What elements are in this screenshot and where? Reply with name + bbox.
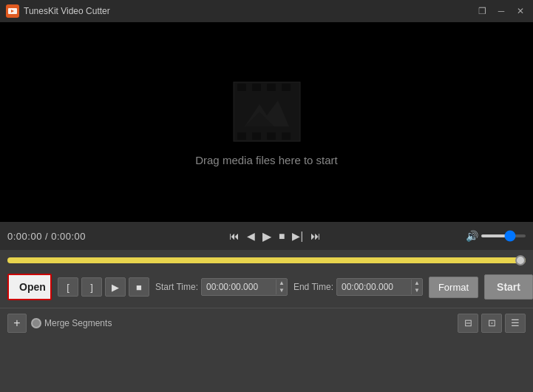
open-button[interactable]: Open bbox=[7, 274, 52, 300]
restore-button[interactable]: ❒ bbox=[475, 4, 489, 18]
svg-rect-9 bbox=[237, 132, 246, 140]
drag-drop-hint: Drag media files here to start bbox=[195, 154, 338, 166]
end-time-down[interactable]: ▼ bbox=[412, 287, 422, 294]
close-button[interactable]: ✕ bbox=[514, 4, 527, 18]
step-back-button[interactable]: ⏮ bbox=[226, 228, 242, 244]
start-time-up[interactable]: ▲ bbox=[276, 280, 287, 287]
prev-frame-button[interactable]: ◀ bbox=[244, 228, 258, 244]
title-bar: TunesKit Video Cutter ❒ ─ ✕ bbox=[0, 0, 533, 22]
volume-area: 🔊 bbox=[466, 230, 526, 242]
add-segment-button[interactable]: + bbox=[7, 314, 27, 333]
bottom-right-buttons: ⊟ ⊡ ☰ bbox=[458, 314, 526, 333]
mark-out-button[interactable]: ] bbox=[81, 277, 102, 297]
start-time-down[interactable]: ▼ bbox=[276, 287, 287, 294]
app-logo bbox=[6, 4, 19, 18]
start-time-input[interactable] bbox=[202, 279, 276, 295]
svg-rect-11 bbox=[267, 132, 276, 140]
end-time-label: End Time: bbox=[293, 282, 333, 292]
end-time-spinner: ▲ ▼ bbox=[411, 280, 422, 294]
folder-button[interactable]: ⊡ bbox=[481, 314, 502, 333]
end-time-group: End Time: ▲ ▼ bbox=[293, 278, 423, 296]
timeline-container bbox=[0, 250, 533, 266]
play-button[interactable]: ▶ bbox=[259, 227, 274, 246]
start-button[interactable]: Start bbox=[484, 274, 533, 300]
svg-rect-7 bbox=[267, 84, 276, 91]
end-time-wrapper: ▲ ▼ bbox=[336, 278, 423, 296]
start-time-wrapper: ▲ ▼ bbox=[201, 278, 288, 296]
svg-rect-5 bbox=[237, 84, 246, 91]
controls-row: Open [ ] ▶ ■ Start Time: ▲ ▼ End Time: ▲… bbox=[0, 266, 533, 308]
end-time-up[interactable]: ▲ bbox=[412, 280, 422, 287]
time-display: 0:00:00 / 0:00:00 bbox=[7, 231, 89, 242]
merge-segments-group: Merge Segments bbox=[31, 318, 112, 328]
volume-slider[interactable] bbox=[481, 234, 526, 237]
step-fwd-button[interactable]: ⏭ bbox=[308, 228, 324, 244]
bottom-bar: + Merge Segments ⊟ ⊡ ☰ bbox=[0, 308, 533, 337]
start-time-spinner: ▲ ▼ bbox=[276, 280, 287, 294]
format-button[interactable]: Format bbox=[429, 277, 478, 298]
merge-label: Merge Segments bbox=[44, 318, 112, 328]
film-icon bbox=[230, 78, 304, 145]
minimize-button[interactable]: ─ bbox=[495, 4, 508, 18]
end-time-input[interactable] bbox=[337, 279, 411, 295]
play-controls: ⏮ ◀ ▶ ■ ▶| ⏭ bbox=[226, 227, 324, 246]
preview-segment-button[interactable]: ▶ bbox=[105, 277, 126, 297]
list-icon: ☰ bbox=[511, 317, 520, 328]
svg-rect-6 bbox=[252, 84, 261, 91]
subtitles-button[interactable]: ⊟ bbox=[458, 314, 478, 333]
delete-segment-button[interactable]: ■ bbox=[129, 277, 149, 297]
svg-rect-8 bbox=[282, 84, 291, 91]
stop-button[interactable]: ■ bbox=[276, 228, 288, 244]
start-time-label: Start Time: bbox=[155, 282, 198, 292]
timeline-track[interactable] bbox=[7, 257, 526, 263]
app-title: TunesKit Video Cutter bbox=[24, 6, 475, 16]
folder-icon: ⊡ bbox=[488, 317, 496, 328]
list-button[interactable]: ☰ bbox=[505, 314, 526, 333]
svg-rect-10 bbox=[252, 132, 261, 140]
mark-in-button[interactable]: [ bbox=[58, 277, 78, 297]
subtitles-icon: ⊟ bbox=[464, 317, 472, 328]
segment-controls: [ ] ▶ ■ bbox=[58, 277, 149, 297]
svg-rect-12 bbox=[282, 132, 291, 140]
merge-checkbox[interactable] bbox=[31, 318, 41, 328]
next-frame-button[interactable]: ▶| bbox=[289, 228, 306, 244]
playback-bar: 0:00:00 / 0:00:00 ⏮ ◀ ▶ ■ ▶| ⏭ 🔊 bbox=[0, 222, 533, 250]
volume-icon: 🔊 bbox=[466, 230, 478, 242]
window-controls: ❒ ─ ✕ bbox=[475, 4, 527, 18]
video-preview-area: Drag media files here to start bbox=[0, 22, 533, 222]
timeline-thumb[interactable] bbox=[515, 255, 526, 266]
start-time-group: Start Time: ▲ ▼ bbox=[155, 278, 288, 296]
